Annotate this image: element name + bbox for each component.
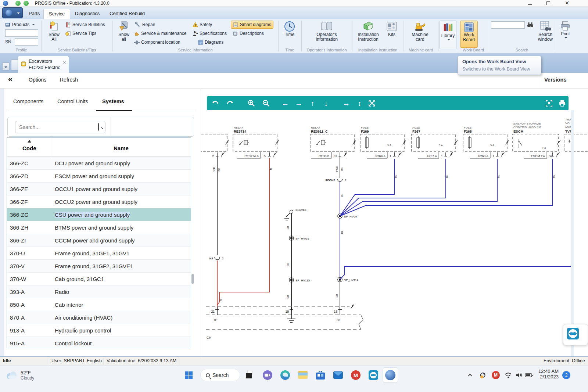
component-location-button[interactable]: Component location xyxy=(134,39,180,46)
table-row[interactable]: 850-ACab interior xyxy=(7,298,191,311)
installation-instruction-button[interactable]: Installation Instruction xyxy=(354,21,383,42)
column-header-code[interactable]: Code xyxy=(22,145,36,151)
table-row[interactable]: 393-ARadio xyxy=(7,285,191,298)
kits-button[interactable]: Kits xyxy=(384,21,400,37)
store-app-icon[interactable] xyxy=(314,369,327,381)
table-row-selected[interactable]: 366-ZGCSU power and ground supply xyxy=(7,208,191,221)
options-button[interactable]: Options xyxy=(29,77,46,83)
expand-icon[interactable] xyxy=(368,99,376,107)
safety-label: Safety xyxy=(200,22,212,27)
products-dropdown[interactable]: Products xyxy=(5,21,35,28)
fit-width-icon[interactable]: ↔ xyxy=(341,96,351,110)
document-tab-ec230[interactable]: Excavators EC230 Electric × xyxy=(18,56,69,73)
tab-list-dropdown-button[interactable] xyxy=(2,62,10,71)
table-row[interactable]: 366-ZFOCCU2 power and ground supply xyxy=(7,195,191,208)
safety-button[interactable]: ! Safety xyxy=(193,21,212,28)
teamviewer-popup[interactable] xyxy=(563,324,588,345)
table-row[interactable]: 366-ZICCCM power and ground supply xyxy=(7,234,191,247)
fit-height-icon[interactable]: ↕ xyxy=(355,96,364,110)
teamviewer-app-icon[interactable] xyxy=(367,369,380,381)
close-tab-icon[interactable]: × xyxy=(63,59,66,65)
taskbar-search[interactable]: Search xyxy=(200,369,240,381)
close-button[interactable]: ✕ xyxy=(560,0,574,6)
search-input[interactable] xyxy=(15,121,105,133)
table-row[interactable]: 366-ZEOCCU1 power and ground supply xyxy=(7,183,191,195)
pan-up-icon[interactable]: ↑ xyxy=(308,96,317,110)
table-row[interactable]: 915-AControl lockout xyxy=(7,337,191,348)
sort-asc-icon[interactable] xyxy=(28,140,31,143)
table-row[interactable]: 366-ZDESCM power and ground supply xyxy=(7,170,191,183)
table-row[interactable]: 370-WCab ground, 31GC1 xyxy=(7,273,191,285)
tab-parts[interactable]: Parts xyxy=(24,9,45,19)
task-view-button[interactable] xyxy=(244,369,256,381)
repair-button[interactable]: Repair xyxy=(135,21,155,28)
ribbon-search-input[interactable] xyxy=(491,21,525,29)
print-button[interactable]: Print xyxy=(557,21,573,39)
machine-card-button[interactable]: Machine card xyxy=(407,21,433,42)
refresh-button[interactable]: Refresh xyxy=(60,77,78,83)
tray-mega-icon[interactable]: M xyxy=(490,369,502,381)
specifications-button[interactable]: ▲ Specifications xyxy=(193,30,227,37)
app-menu-button[interactable] xyxy=(2,7,23,18)
file-explorer-icon[interactable] xyxy=(297,369,309,381)
notification-badge[interactable]: 2 xyxy=(562,371,570,379)
tray-chevron-up-icon[interactable] xyxy=(464,369,476,381)
pan-right-icon[interactable]: → xyxy=(294,96,304,110)
table-row[interactable]: 366-ZHBTMS power and ground supply xyxy=(7,221,191,234)
search-window-button[interactable]: Search window xyxy=(536,21,555,42)
start-button[interactable] xyxy=(183,369,195,381)
tab-components[interactable]: Components xyxy=(13,98,43,104)
meet-app-icon[interactable] xyxy=(261,369,274,381)
descriptions-button[interactable]: Descriptions xyxy=(233,30,264,37)
wiring-diagram[interactable]: RELAY RE3714 RELAY RE3611_C FUSE F269 FU… xyxy=(201,110,588,356)
redo-icon[interactable] xyxy=(226,99,234,107)
service-tips-button[interactable]: Service Tips xyxy=(65,30,96,37)
table-scrollbar[interactable] xyxy=(191,274,194,284)
smart-diagrams-button[interactable]: Smart diagrams xyxy=(231,21,273,29)
show-all-service-button[interactable]: ! Show all xyxy=(115,21,133,42)
mail-app-icon[interactable] xyxy=(332,369,344,381)
zoom-out-icon[interactable] xyxy=(262,99,270,107)
work-board-button[interactable]: Work Board xyxy=(460,21,478,48)
taskbar-clock[interactable]: 12:40 AM 2/1/2023 xyxy=(535,368,559,380)
undo-icon[interactable] xyxy=(211,99,219,107)
library-button[interactable]: Library xyxy=(440,21,456,49)
show-all-bulletins-button[interactable]: Show All xyxy=(45,21,63,42)
time-button[interactable]: Time xyxy=(279,21,300,37)
gmail-app-icon[interactable]: M xyxy=(349,369,362,381)
tab-systems[interactable]: Systems xyxy=(102,98,124,104)
tab-diagnostics[interactable]: Diagnostics xyxy=(70,9,105,19)
column-header-name[interactable]: Name xyxy=(114,145,129,151)
profile-input[interactable] xyxy=(5,29,38,37)
operators-information-button[interactable]: Operator's Information xyxy=(311,21,343,42)
tab-certified-rebuild[interactable]: Certified Rebuild xyxy=(104,9,150,19)
table-row[interactable]: 913-AHydraulic pump control xyxy=(7,324,191,337)
maximize-button[interactable] xyxy=(541,0,556,6)
minimize-button[interactable] xyxy=(522,0,537,6)
tray-battery-icon[interactable] xyxy=(523,369,535,381)
nav-forward-button[interactable]: → xyxy=(24,1,29,6)
table-row[interactable]: 366-ZCDCU power and ground supply xyxy=(7,157,191,170)
print-diagram-icon[interactable] xyxy=(558,99,566,107)
weather-widget[interactable]: 52°F Cloudy xyxy=(5,367,57,383)
pan-left-icon[interactable]: ← xyxy=(280,96,290,110)
table-row[interactable]: 370-VFrame ground, 31GF2, 31GVE1 xyxy=(7,260,191,273)
tray-sync-icon[interactable] xyxy=(477,369,489,381)
tab-service[interactable]: Service xyxy=(43,9,70,19)
pan-down-icon[interactable]: ↓ xyxy=(321,96,331,110)
service-maintenance-button[interactable]: Service & maintenance xyxy=(134,30,186,37)
fit-screen-icon[interactable] xyxy=(545,99,553,107)
zoom-in-icon[interactable] xyxy=(247,99,255,107)
edge-browser-icon[interactable] xyxy=(279,369,291,381)
versions-button[interactable]: Versions xyxy=(544,77,566,83)
sn-input[interactable] xyxy=(15,38,38,46)
diagram-scrollbar[interactable] xyxy=(571,110,574,356)
prosis-app-icon[interactable] xyxy=(383,367,398,383)
service-bulletins-button[interactable]: Service Bulletins xyxy=(65,21,105,28)
table-row[interactable]: 370-UFrame ground, 31GF1, 31GV1 xyxy=(7,247,191,260)
nav-back-button[interactable]: ← xyxy=(15,1,21,6)
collapse-panel-button[interactable]: « xyxy=(8,75,12,84)
tab-control-units[interactable]: Control Units xyxy=(57,98,88,104)
diagrams-button[interactable]: Diagrams xyxy=(198,39,223,46)
table-row[interactable]: 870-AAir conditioning (HVAC) xyxy=(7,311,191,324)
